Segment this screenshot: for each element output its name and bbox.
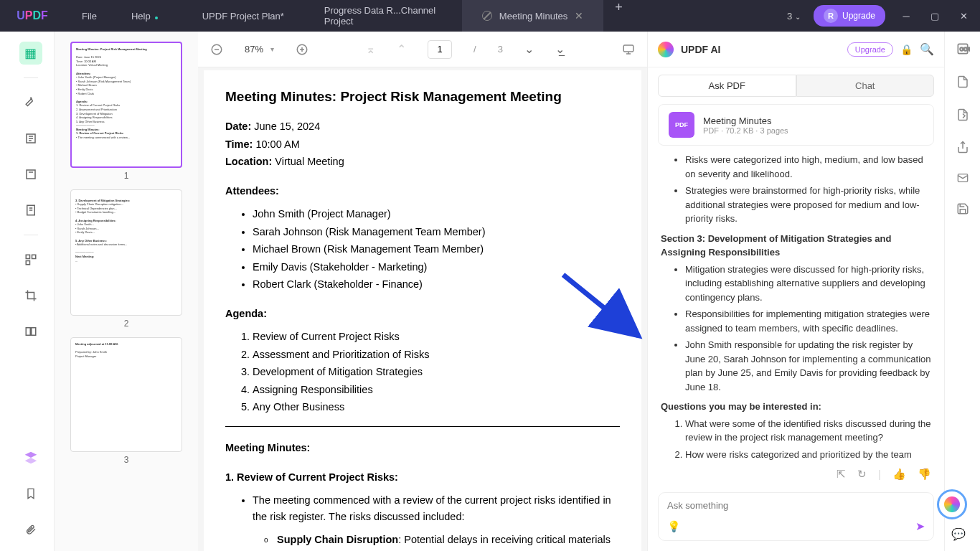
ai-input-box: 💡 ➤: [658, 492, 934, 541]
doc-title: Meeting Minutes: Project Risk Management…: [225, 86, 620, 107]
tab-project-plan[interactable]: UPDF Project Plan*: [182, 0, 304, 32]
ocr-icon[interactable]: OCR: [956, 42, 970, 56]
ai-fab-icon: [944, 496, 960, 512]
save-icon[interactable]: [956, 202, 969, 215]
left-sidebar: ▦: [7, 32, 55, 551]
page-1: Meeting Minutes: Project Risk Management…: [204, 70, 641, 551]
thumbnail-image: Meeting adjourned at 11:00 AM.Prepared b…: [70, 337, 182, 452]
minimize-button[interactable]: ─: [898, 11, 914, 22]
page-viewport[interactable]: Meeting Minutes: Project Risk Management…: [198, 67, 647, 551]
thumbnail-2[interactable]: 3. Development of Mitigation Strategies:…: [70, 189, 182, 329]
layers-icon[interactable]: [19, 446, 42, 469]
next-page-button[interactable]: ⌄: [524, 42, 534, 56]
svg-rect-6: [26, 328, 30, 336]
thumbnail-3[interactable]: Meeting adjourned at 11:00 AM.Prepared b…: [70, 337, 182, 465]
suggestions-icon[interactable]: 💡: [667, 520, 681, 533]
tab-label: Meeting Minutes: [499, 11, 567, 22]
presentation-icon[interactable]: [622, 43, 635, 56]
menu-file[interactable]: File: [65, 11, 114, 22]
ai-file-name: Meeting Minutes: [703, 116, 788, 126]
zoom-in-button[interactable]: [296, 43, 308, 56]
menu-help[interactable]: Help: [114, 11, 168, 22]
tab-progress-data[interactable]: Progress Data R...Channel Project: [304, 0, 462, 32]
prev-page-button[interactable]: ⌃: [397, 42, 406, 56]
send-button[interactable]: ➤: [915, 519, 925, 533]
page-separator: /: [473, 44, 476, 55]
zoom-level[interactable]: 87%: [245, 44, 274, 55]
ai-actions: ⇱ ↻ | 👍 👎: [648, 463, 944, 485]
thumbnail-1[interactable]: Meeting Minutes: Project Risk Management…: [70, 42, 182, 181]
svg-rect-4: [32, 255, 35, 258]
convert-icon[interactable]: [956, 108, 969, 122]
ai-logo-icon: [658, 42, 674, 57]
bookmark-tool-icon[interactable]: [19, 163, 42, 186]
ai-tabs: Ask PDF Chat: [648, 67, 944, 104]
maximize-button[interactable]: ▢: [927, 11, 943, 22]
svg-rect-7: [31, 328, 35, 336]
tab-label: UPDF Project Plan*: [202, 11, 284, 22]
last-page-button[interactable]: ⌄̲: [555, 42, 565, 56]
svg-rect-10: [623, 45, 633, 52]
svg-text:OCR: OCR: [959, 47, 969, 52]
svg-rect-3: [26, 255, 29, 258]
ai-fab-button[interactable]: [937, 489, 967, 519]
attachment-icon[interactable]: [19, 518, 42, 541]
ai-input[interactable]: [667, 500, 925, 511]
email-icon[interactable]: [956, 172, 969, 184]
share-icon[interactable]: [956, 141, 969, 154]
upgrade-button[interactable]: R Upgrade: [814, 5, 885, 27]
ai-response: Risks were categorized into high, medium…: [648, 146, 944, 463]
thumbnail-number: 3: [70, 455, 182, 465]
tab-meeting-minutes[interactable]: Meeting Minutes ✕: [462, 0, 603, 32]
tab-doc-icon: [482, 11, 492, 21]
right-sidebar: OCR: [944, 32, 980, 551]
upgrade-label: Upgrade: [842, 11, 875, 21]
crop-icon[interactable]: [19, 284, 42, 307]
highlighter-icon[interactable]: [19, 91, 42, 114]
ai-panel: UPDF AI Upgrade 🔒 🔍 Ask PDF Chat PDF Mee…: [647, 32, 944, 551]
document-area: 87% ⌅ ⌃ / 3 ⌄ ⌄̲ Meeting Minutes: Projec…: [198, 32, 647, 551]
export-icon[interactable]: ⇱: [837, 468, 846, 481]
ai-title: UPDF AI: [681, 44, 840, 55]
first-page-button[interactable]: ⌅: [366, 42, 375, 56]
compare-icon[interactable]: [19, 320, 42, 343]
zoom-out-button[interactable]: [210, 43, 223, 56]
ai-file-meta: PDF · 70.2 KB · 3 pages: [703, 126, 788, 135]
tabs: UPDF Project Plan* Progress Data R...Cha…: [182, 0, 787, 32]
thumbnails-icon[interactable]: ▦: [19, 42, 42, 65]
tab-close-icon[interactable]: ✕: [575, 10, 583, 22]
svg-rect-5: [26, 261, 29, 265]
thumbnail-image: 3. Development of Mitigation Strategies:…: [70, 189, 182, 316]
comment-icon[interactable]: 💬: [951, 527, 966, 541]
thumbs-up-icon[interactable]: 👍: [892, 468, 906, 481]
thumbs-down-icon[interactable]: 👎: [918, 468, 931, 481]
organize-icon[interactable]: [19, 248, 42, 271]
attendees-list: John Smith (Project Manager) Sarah Johns…: [253, 206, 620, 292]
document-toolbar: 87% ⌅ ⌃ / 3 ⌄ ⌄̲: [198, 32, 647, 67]
tab-ask-pdf[interactable]: Ask PDF: [658, 75, 796, 97]
ai-file-card[interactable]: PDF Meeting Minutes PDF · 70.2 KB · 3 pa…: [658, 104, 934, 146]
tab-chat[interactable]: Chat: [796, 75, 935, 97]
ai-header: UPDF AI Upgrade 🔒 🔍: [648, 32, 944, 67]
lock-icon[interactable]: 🔒: [900, 44, 913, 55]
search-icon[interactable]: 🔍: [920, 42, 934, 56]
page-input[interactable]: [428, 40, 452, 59]
close-button[interactable]: ✕: [956, 11, 971, 22]
regenerate-icon[interactable]: ↻: [857, 468, 867, 481]
thumbnails-panel: Meeting Minutes: Project Risk Management…: [55, 32, 198, 551]
pdf-icon: PDF: [669, 112, 694, 138]
user-avatar: R: [824, 9, 838, 23]
export-file-icon[interactable]: [956, 75, 969, 89]
titlebar: UPDF File Help UPDF Project Plan* Progre…: [0, 0, 980, 32]
ai-upgrade-button[interactable]: Upgrade: [847, 42, 893, 57]
page-total: 3: [498, 44, 503, 55]
tab-count[interactable]: 3 ⌄: [787, 11, 801, 22]
text-icon[interactable]: [19, 127, 42, 150]
thumbnail-image: Meeting Minutes: Project Risk Management…: [70, 42, 182, 168]
app-logo: UPDF: [0, 9, 65, 22]
bookmark-icon[interactable]: [19, 482, 42, 505]
form-icon[interactable]: [19, 199, 42, 222]
thumbnail-number: 2: [70, 319, 182, 329]
tab-add-button[interactable]: +: [603, 0, 634, 32]
tab-label: Progress Data R...Channel Project: [324, 5, 442, 27]
